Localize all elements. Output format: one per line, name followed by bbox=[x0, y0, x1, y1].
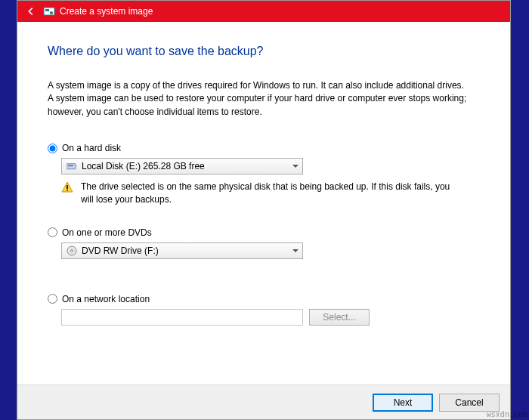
system-image-dialog: Create a system image Where do you want … bbox=[17, 0, 511, 420]
option-hard-disk[interactable]: On a hard disk bbox=[48, 143, 480, 153]
radio-dvd-label[interactable]: On one or more DVDs bbox=[62, 227, 152, 238]
content-area: Where do you want to save the backup? A … bbox=[17, 22, 510, 384]
disc-icon bbox=[67, 246, 77, 255]
window-title: Create a system image bbox=[60, 6, 153, 17]
chevron-down-icon bbox=[292, 249, 299, 252]
page-heading: Where do you want to save the backup? bbox=[48, 45, 480, 58]
svg-point-9 bbox=[71, 249, 73, 252]
titlebar: Create a system image bbox=[17, 1, 510, 22]
network-path-input[interactable] bbox=[61, 309, 303, 326]
radio-hard-disk-label[interactable]: On a hard disk bbox=[62, 143, 121, 153]
cancel-button[interactable]: Cancel bbox=[439, 394, 500, 412]
back-button[interactable] bbox=[22, 4, 40, 19]
radio-hard-disk[interactable] bbox=[48, 144, 57, 153]
dialog-footer: Next Cancel bbox=[17, 384, 510, 419]
svg-rect-7 bbox=[67, 190, 68, 191]
drive-icon bbox=[67, 162, 77, 171]
page-description: A system image is a copy of the drives r… bbox=[48, 79, 471, 119]
dvd-dropdown[interactable]: DVD RW Drive (F:) bbox=[61, 242, 303, 259]
warning-text: The drive selected is on the same physic… bbox=[81, 181, 454, 206]
app-icon bbox=[43, 5, 55, 17]
svg-rect-4 bbox=[68, 165, 73, 166]
option-dvd[interactable]: On one or more DVDs bbox=[48, 227, 480, 238]
hard-disk-selected: Local Disk (E:) 265.28 GB free bbox=[82, 161, 205, 171]
arrow-left-icon bbox=[26, 6, 36, 17]
option-network[interactable]: On a network location bbox=[48, 294, 480, 304]
hard-disk-dropdown[interactable]: Local Disk (E:) 265.28 GB free bbox=[61, 158, 303, 174]
dvd-selected: DVD RW Drive (F:) bbox=[82, 246, 159, 256]
radio-network-label[interactable]: On a network location bbox=[62, 294, 150, 304]
radio-network[interactable] bbox=[48, 294, 57, 304]
radio-dvd[interactable] bbox=[48, 227, 57, 237]
select-network-button: Select... bbox=[309, 309, 370, 326]
next-button[interactable]: Next bbox=[373, 394, 433, 412]
chevron-down-icon bbox=[292, 165, 299, 168]
svg-rect-1 bbox=[45, 9, 49, 11]
hard-disk-warning: The drive selected is on the same physic… bbox=[61, 181, 454, 206]
watermark: wsxdn.com bbox=[487, 410, 527, 418]
svg-point-2 bbox=[50, 11, 53, 14]
svg-rect-6 bbox=[67, 185, 68, 189]
warning-icon bbox=[61, 181, 73, 193]
